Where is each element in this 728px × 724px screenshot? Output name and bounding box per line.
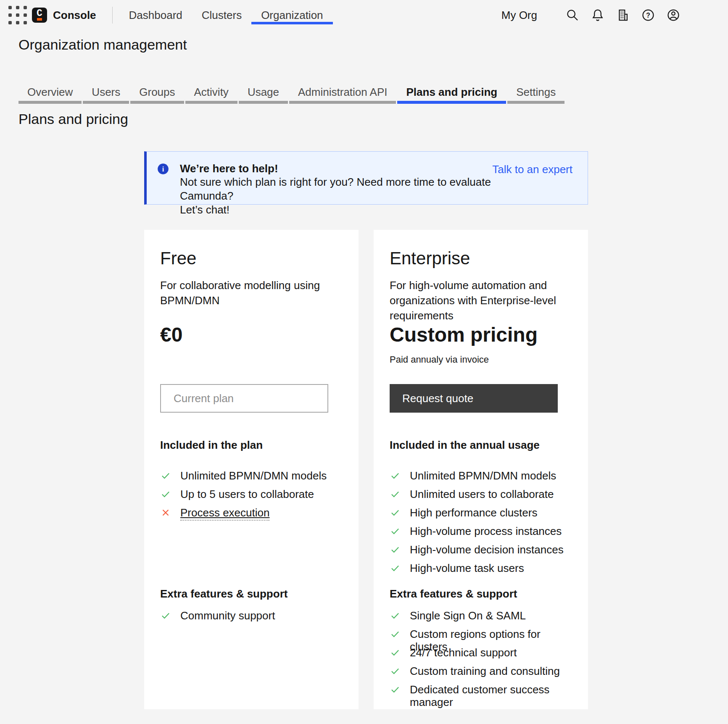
list-item: High-volume decision instances [390,543,572,556]
talk-to-expert-link[interactable]: Talk to an expert [492,163,572,204]
tab-plans-and-pricing[interactable]: Plans and pricing [397,86,506,104]
plan-description: For collaborative modelling using BPMN/D… [160,278,343,323]
feature-text: Unlimited BPMN/DMN models [180,469,327,482]
nav-item-organization[interactable]: Organization [251,6,332,24]
product-name: Console [53,9,96,22]
plan-price: €0 [160,323,343,347]
tab-administration-api[interactable]: Administration API [289,86,396,104]
app-switcher-grid-icon[interactable] [8,6,27,24]
check-icon [390,666,401,677]
check-icon [390,563,401,574]
feature-text: High-volume process instances [410,525,562,537]
extra-heading: Extra features & support [390,587,572,600]
svg-text:?: ? [646,12,650,19]
plan-name: Free [160,248,343,269]
included-list: Unlimited BPMN/DMN models Unlimited user… [390,469,572,587]
logo-orange-bar [37,18,42,21]
header-nav: Dashboard Clusters Organization [119,6,333,24]
check-icon [390,507,401,518]
header-divider [112,7,113,24]
current-plan-button[interactable]: Current plan [160,384,328,413]
check-icon [390,610,401,621]
plan-cards: Free For collaborative modelling using B… [144,230,588,709]
feature-text: Single Sign On & SAML [410,609,526,622]
list-item: Single Sign On & SAML [390,609,572,622]
check-icon [390,684,401,695]
check-icon [390,544,401,555]
tab-usage[interactable]: Usage [239,86,288,104]
list-item: Community support [160,609,343,622]
info-icon: i [157,163,169,175]
plan-name: Enterprise [390,248,572,269]
extra-list: Community support [160,609,343,622]
tab-activity[interactable]: Activity [185,86,237,104]
included-heading: Included in the annual usage [390,439,572,451]
feature-text: Dedicated customer success manager [410,683,572,708]
request-quote-button[interactable]: Request quote [390,384,558,413]
tab-overview[interactable]: Overview [18,86,82,104]
extra-list: Single Sign On & SAML Custom regions opt… [390,609,572,696]
check-icon [390,489,401,500]
feature-text: Community support [180,609,275,622]
logo-letter: C [32,8,47,19]
check-icon [390,470,401,481]
list-item: Unlimited users to collaborate [390,488,572,500]
bell-icon[interactable] [590,8,605,23]
list-item: Process execution [160,506,343,519]
banner-title: We’re here to help! [180,162,492,175]
check-icon [390,647,401,658]
feature-text-process-execution[interactable]: Process execution [180,506,269,521]
check-icon [390,629,401,640]
building-icon[interactable] [615,8,630,23]
check-icon [160,610,171,621]
list-item: Custom training and consulting [390,665,572,677]
banner-text: We’re here to help! Not sure which plan … [180,162,492,204]
feature-text: Unlimited users to collaborate [410,488,554,500]
page-title: Organization management [18,36,728,53]
list-item: Unlimited BPMN/DMN models [160,469,343,482]
check-icon [390,526,401,537]
nav-item-clusters[interactable]: Clusters [192,6,251,24]
plan-price-note [160,354,343,365]
user-avatar-icon[interactable] [666,8,681,23]
plan-price: Custom pricing [390,323,572,347]
banner-line2: Let’s chat! [180,203,492,217]
plan-description: For high-volume automation and organizat… [390,278,572,323]
tab-groups[interactable]: Groups [130,86,184,104]
plan-card-free: Free For collaborative modelling using B… [144,230,359,709]
list-item: High-volume process instances [390,525,572,537]
feature-text: Unlimited BPMN/DMN models [410,469,556,482]
feature-text: 24/7 technical support [410,646,517,659]
plan-price-note: Paid annualy via invoice [390,354,572,365]
check-icon [160,470,171,481]
feature-text: Up to 5 users to collaborate [180,488,314,500]
list-item: Custom regions options for clusters [390,628,572,640]
feature-text: High-volume task users [410,562,524,574]
list-item: High performance clusters [390,506,572,519]
banner-line1: Not sure which plan is right for you? Ne… [180,175,492,203]
x-icon [160,507,171,518]
list-item: Dedicated customer success manager [390,683,572,696]
camunda-logo[interactable]: C [32,8,47,23]
tab-settings[interactable]: Settings [507,86,564,104]
section-title: Plans and pricing [18,111,728,127]
list-item: Unlimited BPMN/DMN models [390,469,572,482]
tab-users[interactable]: Users [83,86,129,104]
list-item: Up to 5 users to collaborate [160,488,343,500]
org-switcher[interactable]: My Org [501,9,537,22]
help-icon[interactable]: ? [641,8,656,23]
extra-heading: Extra features & support [160,587,343,600]
svg-text:i: i [162,165,164,173]
search-icon[interactable] [565,8,580,23]
included-list: Unlimited BPMN/DMN models Up to 5 users … [160,469,343,587]
feature-text: High performance clusters [410,506,537,519]
feature-text: Custom training and consulting [410,665,560,677]
nav-item-dashboard[interactable]: Dashboard [119,6,192,24]
info-banner: i We’re here to help! Not sure which pla… [144,151,588,205]
check-icon [160,489,171,500]
feature-text: High-volume decision instances [410,543,564,556]
app-header: C Console Dashboard Clusters Organizatio… [0,0,728,30]
tab-bar: Overview Users Groups Activity Usage Adm… [18,86,728,104]
included-heading: Included in the plan [160,439,343,451]
list-item: High-volume task users [390,562,572,574]
